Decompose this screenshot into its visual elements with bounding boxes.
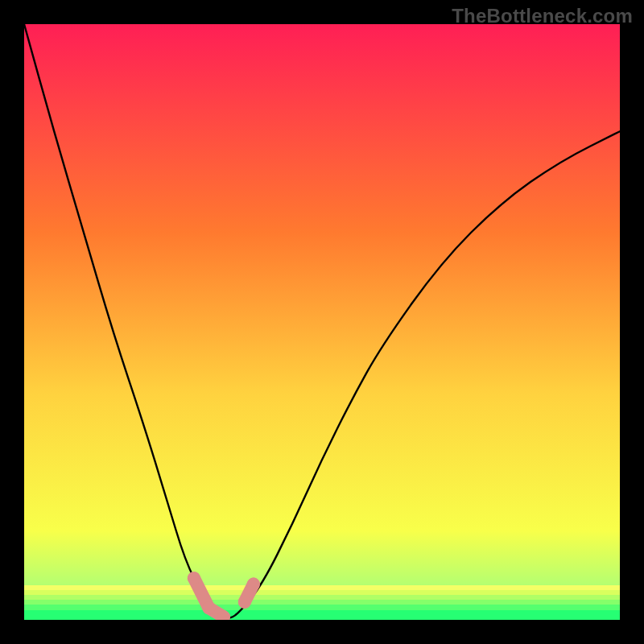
svg-rect-2 (24, 595, 620, 600)
marker-dot-4 (238, 596, 251, 609)
marker-dot-1 (188, 572, 200, 584)
svg-rect-1 (24, 590, 620, 595)
marker-dot-5 (247, 578, 260, 591)
chart-frame: TheBottleneck.com (0, 0, 644, 644)
marker-dot-2 (202, 601, 215, 614)
svg-rect-3 (24, 600, 620, 605)
green-band-stripes (24, 585, 620, 620)
gradient-background (24, 24, 620, 620)
svg-rect-0 (24, 585, 620, 590)
svg-rect-5 (24, 610, 620, 620)
svg-rect-4 (24, 605, 620, 610)
bottleneck-chart-svg (24, 24, 620, 620)
plot-area (24, 24, 620, 620)
